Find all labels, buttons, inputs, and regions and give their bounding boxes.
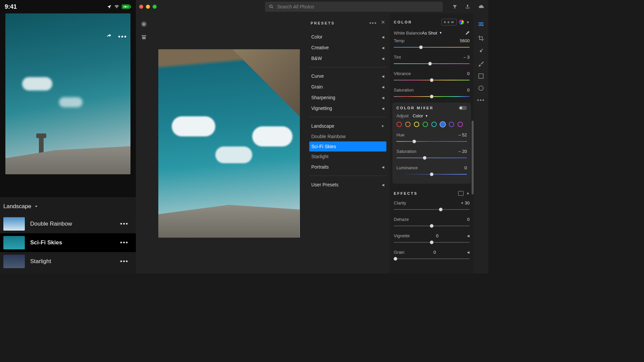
slider-handle[interactable]: [439, 207, 443, 212]
color-swatch[interactable]: [458, 122, 463, 127]
brush-icon[interactable]: [478, 60, 484, 67]
slider-track[interactable]: [394, 224, 470, 228]
color-swatch[interactable]: [423, 122, 428, 127]
preset-group[interactable]: Creative◀: [309, 42, 386, 53]
crop-icon[interactable]: [478, 35, 484, 42]
preset-thumbnail: [3, 236, 25, 249]
close-presets-icon[interactable]: [381, 20, 385, 24]
preset-group[interactable]: B&W◀: [309, 53, 386, 64]
color-swatch[interactable]: [431, 122, 437, 127]
slider-handle[interactable]: [430, 224, 434, 228]
expand-caret-icon[interactable]: ◀: [467, 250, 470, 254]
slider-track[interactable]: [394, 78, 470, 82]
effects-view-icon[interactable]: [458, 191, 464, 196]
traffic-lights: [139, 5, 157, 9]
expand-caret-icon[interactable]: ◀: [467, 234, 470, 238]
mobile-time: 9:41: [5, 3, 17, 10]
archive-icon[interactable]: [141, 34, 147, 40]
eyedropper-icon[interactable]: [464, 30, 470, 36]
preset-group[interactable]: Color◀: [309, 32, 386, 42]
slider-handle[interactable]: [393, 257, 397, 261]
maximize-window-button[interactable]: [153, 5, 157, 9]
preset-group-user[interactable]: User Presets◀: [309, 179, 386, 190]
slider-track[interactable]: [394, 257, 470, 261]
mobile-preset-item[interactable]: Sci-Fi Skies •••: [0, 233, 136, 252]
color-swatch[interactable]: [414, 122, 419, 127]
caret-left-icon: ◀: [382, 46, 384, 50]
preset-group[interactable]: Vignetting◀: [309, 103, 386, 114]
share-icon[interactable]: [465, 4, 470, 10]
linear-gradient-icon[interactable]: [478, 73, 484, 79]
bw-toggle-button[interactable]: B & W: [441, 19, 457, 25]
adjust-dropdown[interactable]: Color▼: [413, 113, 428, 118]
main-photo[interactable]: [158, 49, 300, 238]
caret-left-icon: ◀: [382, 183, 384, 187]
preset-group[interactable]: Portraits◀: [309, 162, 386, 172]
slider-handle[interactable]: [430, 95, 434, 99]
mobile-preset-item[interactable]: Double Rainbow •••: [0, 215, 136, 233]
preset-thumbnail: [3, 255, 25, 268]
canvas-area[interactable]: [152, 13, 306, 274]
slider-track[interactable]: [394, 95, 470, 99]
more-tools-icon[interactable]: •••: [477, 97, 485, 103]
close-window-button[interactable]: [139, 5, 143, 9]
white-balance-dropdown[interactable]: As Shot▼: [422, 31, 442, 36]
color-mixer-toggle[interactable]: [459, 106, 467, 110]
location-icon: [107, 4, 112, 9]
slider-track[interactable]: [396, 139, 467, 143]
svg-point-8: [479, 86, 483, 90]
mobile-presets-dropdown[interactable]: Landscape: [0, 202, 136, 215]
minimize-window-button[interactable]: [146, 5, 150, 9]
slider-track[interactable]: [396, 156, 467, 160]
slider-value: 0: [465, 165, 467, 170]
section-caret-icon[interactable]: ▼: [466, 20, 470, 24]
slider-handle[interactable]: [430, 78, 434, 82]
slider-handle[interactable]: [428, 62, 432, 66]
section-caret-icon[interactable]: ▼: [466, 192, 470, 195]
preset-name: Double Rainbow: [30, 221, 115, 227]
slider-label: Grain: [394, 250, 405, 255]
color-swatch[interactable]: [440, 122, 445, 127]
preset-item-selected[interactable]: Sci-Fi Skies: [309, 141, 386, 152]
edit-sliders-icon[interactable]: [478, 21, 484, 27]
preset-item[interactable]: Double Rainbow: [309, 131, 386, 141]
slider-track[interactable]: [394, 240, 470, 244]
cloud-icon[interactable]: [478, 4, 485, 9]
preset-more-icon[interactable]: •••: [120, 221, 132, 228]
edit-panel: COLOR B & W ▼ White Balance As Shot▼ Tem…: [390, 13, 474, 274]
slider-handle[interactable]: [412, 139, 416, 143]
preset-group[interactable]: Grain◀: [309, 81, 386, 92]
preset-item[interactable]: Starlight: [309, 152, 386, 162]
search-input[interactable]: Search All Photos: [265, 2, 443, 12]
slider-track[interactable]: [396, 172, 467, 176]
preset-more-icon[interactable]: •••: [120, 239, 132, 246]
color-section-title: COLOR: [394, 20, 412, 24]
slider-handle[interactable]: [430, 240, 434, 244]
slider-handle[interactable]: [430, 172, 434, 176]
mobile-more-icon[interactable]: •••: [118, 33, 127, 41]
color-swatch[interactable]: [396, 122, 402, 127]
adjust-label: Adjust: [396, 113, 409, 118]
preset-group-expanded[interactable]: Landscape▼: [309, 121, 386, 131]
preset-more-icon[interactable]: •••: [120, 258, 132, 265]
color-swatch[interactable]: [449, 122, 454, 127]
filter-icon[interactable]: [452, 4, 458, 9]
slider-handle[interactable]: [423, 156, 427, 160]
slider-track[interactable]: [394, 62, 470, 66]
preset-group[interactable]: Sharpening◀: [309, 92, 386, 103]
share-arrow-icon[interactable]: [105, 33, 113, 39]
color-wheel-icon[interactable]: [459, 19, 464, 25]
color-swatch[interactable]: [405, 122, 411, 127]
caret-left-icon: ◀: [382, 74, 384, 78]
slider-track[interactable]: [394, 45, 470, 49]
healing-brush-icon[interactable]: [478, 48, 484, 54]
presets-more-icon[interactable]: •••: [369, 20, 377, 26]
mobile-preset-item[interactable]: Starlight •••: [0, 252, 136, 271]
add-photo-icon[interactable]: [141, 21, 147, 27]
caret-left-icon: ◀: [382, 165, 384, 169]
preset-group[interactable]: Curve◀: [309, 71, 386, 81]
slider-handle[interactable]: [419, 45, 423, 49]
radial-gradient-icon[interactable]: [478, 85, 484, 91]
scrollbar[interactable]: [472, 121, 474, 194]
slider-track[interactable]: [394, 207, 470, 212]
